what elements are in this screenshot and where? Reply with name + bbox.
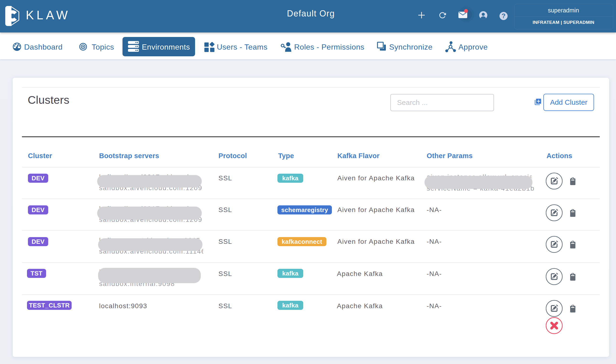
svg-text:?: ? [502,13,506,20]
